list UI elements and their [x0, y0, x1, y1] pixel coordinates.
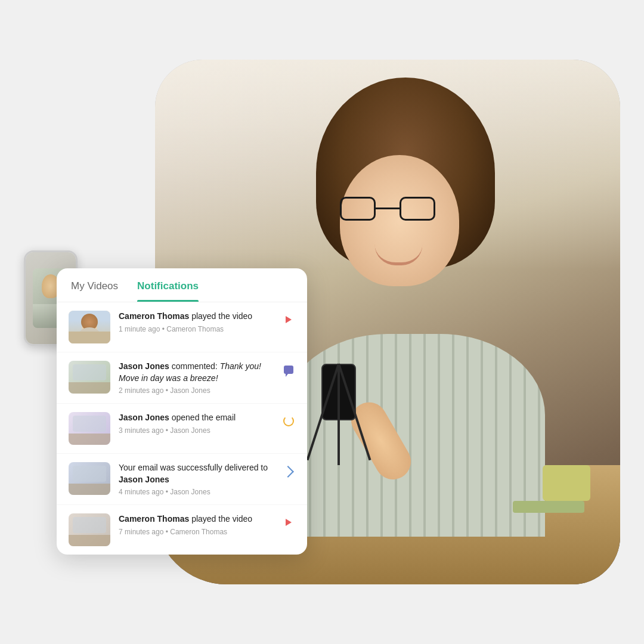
- notification-thumbnail: [69, 311, 110, 343]
- notification-thumbnail: [69, 513, 110, 546]
- notification-item: Jason Jones opened the email 3 minutes a…: [57, 404, 307, 454]
- notification-thumbnail: [69, 462, 110, 495]
- scene: My Videos Notifications Cameron Thomas p…: [24, 36, 620, 608]
- notification-meta: 1 minute ago • Cameron Thomas: [119, 325, 274, 333]
- notification-meta: 7 minutes ago • Cameron Thomas: [119, 528, 274, 536]
- notification-action: played the video: [189, 514, 252, 524]
- thumbnail-image: [69, 412, 110, 445]
- tab-notifications[interactable]: Notifications: [137, 280, 199, 302]
- play-icon: [282, 313, 295, 326]
- notification-prefix: Your email was successfully delivered to: [119, 463, 268, 472]
- notification-title: Jason Jones commented: Thank you! Move i…: [119, 361, 274, 384]
- comment-icon: [282, 363, 295, 376]
- notification-content: Jason Jones opened the email 3 minutes a…: [119, 412, 274, 435]
- notification-meta: 4 minutes ago • Jason Jones: [119, 488, 274, 496]
- notification-title: Jason Jones opened the email: [119, 412, 274, 424]
- notification-action: opened the email: [169, 413, 236, 422]
- tab-my-videos[interactable]: My Videos: [71, 280, 118, 302]
- notification-action: commented:: [169, 361, 220, 371]
- notification-action: played the video: [189, 311, 252, 321]
- notification-content: Your email was successfully delivered to…: [119, 462, 274, 496]
- notification-title: Cameron Thomas played the video: [119, 311, 274, 323]
- notification-item: Cameron Thomas played the video 7 minute…: [57, 505, 307, 555]
- notification-title: Your email was successfully delivered to…: [119, 462, 274, 485]
- notification-item: Your email was successfully delivered to…: [57, 454, 307, 505]
- notification-thumbnail: [69, 412, 110, 445]
- play-icon: [282, 516, 295, 529]
- notification-person: Jason Jones: [119, 361, 169, 371]
- notification-thumbnail: [69, 361, 110, 394]
- thumbnail-image: [69, 361, 110, 394]
- notification-person: Cameron Thomas: [119, 514, 189, 524]
- notification-person: Jason Jones: [119, 413, 169, 422]
- notification-content: Jason Jones commented: Thank you! Move i…: [119, 361, 274, 395]
- notification-content: Cameron Thomas played the video 7 minute…: [119, 513, 274, 536]
- notification-person: Jason Jones: [119, 475, 169, 484]
- notification-title: Cameron Thomas played the video: [119, 513, 274, 525]
- notification-content: Cameron Thomas played the video 1 minute…: [119, 311, 274, 333]
- notification-meta: 2 minutes ago • Jason Jones: [119, 386, 274, 395]
- thumbnail-image: [69, 462, 110, 495]
- panel-tabs: My Videos Notifications: [57, 268, 307, 302]
- thumbnail-image: [69, 311, 110, 343]
- send-icon: [282, 465, 295, 478]
- notification-person: Cameron Thomas: [119, 311, 189, 321]
- notification-meta: 3 minutes ago • Jason Jones: [119, 426, 274, 435]
- email-open-icon: [282, 414, 295, 428]
- thumbnail-image: [69, 513, 110, 546]
- notification-item: Cameron Thomas played the video 1 minute…: [57, 302, 307, 352]
- notification-item: Jason Jones commented: Thank you! Move i…: [57, 352, 307, 404]
- notifications-panel: My Videos Notifications Cameron Thomas p…: [57, 268, 307, 555]
